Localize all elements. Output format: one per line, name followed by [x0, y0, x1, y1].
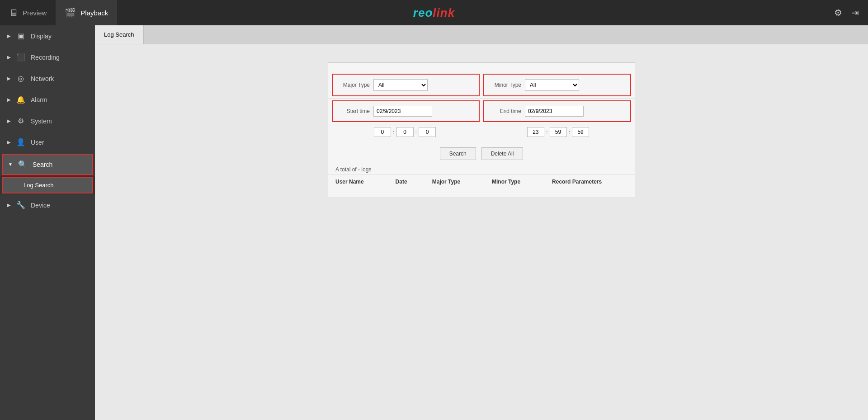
topbar-tabs: 🖥 Preview 🎬 Playback — [0, 0, 117, 25]
delete-all-button[interactable]: Delete All — [481, 147, 524, 160]
system-icon: ⚙ — [16, 117, 25, 125]
topbar-right: ⚙ ⇥ — [834, 7, 868, 18]
log-count: A total of - logs — [328, 165, 635, 175]
col-minor-type: Minor Type — [485, 175, 545, 189]
sidebar-label-network: Network — [31, 75, 54, 82]
chevron-icon: ▶ — [7, 55, 11, 60]
log-table: User Name Date Major Type Minor Type Rec… — [328, 175, 635, 189]
sidebar-item-display[interactable]: ▶ ▣ Display — [0, 25, 95, 47]
tab-log-search-label: Log Search — [104, 31, 134, 38]
sidebar-item-network[interactable]: ▶ ◎ Network — [0, 68, 95, 89]
log-search-container: Major Type All System Config Alarm Recor… — [95, 44, 868, 420]
time-sep2: : — [415, 129, 417, 136]
sidebar-label-alarm: Alarm — [31, 96, 47, 104]
chevron-icon: ▶ — [7, 203, 11, 208]
sidebar-item-system[interactable]: ▶ ⚙ System — [0, 110, 95, 132]
button-row: Search Delete All — [328, 140, 635, 165]
sidebar-submenu-search: Log Search — [0, 176, 95, 194]
topbar: 🖥 Preview 🎬 Playback reolink ⚙ ⇥ — [0, 0, 868, 25]
sidebar-label-recording: Recording — [31, 54, 60, 61]
col-username: User Name — [328, 175, 388, 189]
settings-icon[interactable]: ⚙ — [834, 7, 842, 18]
sidebar-label-display: Display — [31, 33, 52, 40]
tab-log-search[interactable]: Log Search — [95, 25, 144, 44]
recording-icon: ⬛ — [16, 53, 25, 61]
major-type-select[interactable]: All System Config Alarm Record Account C… — [373, 79, 428, 91]
network-icon: ◎ — [16, 74, 25, 83]
end-min-input[interactable] — [550, 127, 567, 137]
log-count-text: A total of - logs — [335, 166, 371, 173]
time-sep1: : — [393, 129, 395, 136]
minor-type-col: Minor Type All System Config — [483, 74, 631, 96]
time-inputs-row: : : : : — [328, 124, 635, 140]
playback-icon: 🎬 — [65, 7, 76, 18]
logo-part1: reo — [413, 6, 433, 19]
type-row: Major Type All System Config Alarm Recor… — [328, 72, 635, 99]
main-layout: ▶ ▣ Display ▶ ⬛ Recording ▶ ◎ Network ▶ … — [0, 25, 868, 420]
end-time-label: End time — [490, 108, 521, 114]
col-major-type: Major Type — [425, 175, 485, 189]
logout-icon[interactable]: ⇥ — [851, 7, 859, 18]
display-icon: ▣ — [16, 32, 25, 40]
major-type-label: Major Type — [338, 82, 370, 88]
datetime-row: Start time End time — [328, 99, 635, 124]
start-min-input[interactable] — [396, 127, 414, 137]
sidebar-label-device: Device — [31, 202, 50, 209]
tab-playback[interactable]: 🎬 Playback — [56, 0, 117, 25]
chevron-icon: ▶ — [7, 97, 11, 102]
search-icon: 🔍 — [18, 160, 27, 169]
table-header-row: User Name Date Major Type Minor Type Rec… — [328, 175, 635, 189]
sidebar-label-user: User — [31, 139, 44, 146]
chevron-icon: ▶ — [7, 140, 11, 145]
content-area: Log Search Major Type All System Config … — [95, 25, 868, 420]
chevron-down-icon: ▼ — [8, 162, 13, 167]
minor-type-select[interactable]: All System Config — [525, 79, 579, 91]
major-type-col: Major Type All System Config Alarm Recor… — [332, 74, 480, 96]
end-time-col: End time — [483, 100, 631, 122]
minor-type-label: Minor Type — [490, 82, 521, 88]
start-sec-input[interactable] — [419, 127, 436, 137]
col-date: Date — [388, 175, 425, 189]
time-sep3: : — [546, 129, 548, 136]
sidebar-item-device[interactable]: ▶ 🔧 Device — [0, 194, 95, 216]
sidebar-label-search: Search — [33, 161, 52, 168]
col-record-params: Record Parameters — [545, 175, 635, 189]
end-date-input[interactable] — [525, 106, 584, 117]
search-button[interactable]: Search — [440, 147, 476, 160]
time-sep4: : — [569, 129, 571, 136]
logo-part2: link — [433, 6, 455, 19]
sidebar-subitem-log-search[interactable]: Log Search — [2, 177, 93, 193]
log-search-label: Log Search — [24, 182, 54, 189]
sidebar-item-alarm[interactable]: ▶ 🔔 Alarm — [0, 89, 95, 110]
end-sec-input[interactable] — [572, 127, 589, 137]
sidebar-item-recording[interactable]: ▶ ⬛ Recording — [0, 47, 95, 68]
end-time-inputs: : : — [481, 127, 635, 137]
start-date-input[interactable] — [373, 106, 432, 117]
chevron-icon: ▶ — [7, 76, 11, 81]
sidebar: ▶ ▣ Display ▶ ⬛ Recording ▶ ◎ Network ▶ … — [0, 25, 95, 420]
playback-label: Playback — [80, 9, 108, 17]
sidebar-item-user[interactable]: ▶ 👤 User — [0, 132, 95, 153]
sidebar-item-search[interactable]: ▼ 🔍 Search — [2, 154, 93, 175]
device-icon: 🔧 — [16, 201, 25, 209]
start-time-col: Start time — [332, 100, 480, 122]
chevron-icon: ▶ — [7, 118, 11, 123]
tab-strip: Log Search — [95, 25, 868, 44]
log-search-panel: Major Type All System Config Alarm Recor… — [328, 62, 635, 198]
start-time-label: Start time — [338, 108, 370, 114]
preview-label: Preview — [23, 9, 47, 17]
reolink-logo: reolink — [413, 6, 455, 20]
user-icon: 👤 — [16, 138, 25, 146]
tab-preview[interactable]: 🖥 Preview — [0, 0, 56, 25]
sidebar-label-system: System — [31, 118, 52, 125]
start-time-inputs: : : — [328, 127, 481, 137]
start-hour-input[interactable] — [374, 127, 391, 137]
end-hour-input[interactable] — [527, 127, 544, 137]
chevron-icon: ▶ — [7, 33, 11, 38]
alarm-icon: 🔔 — [16, 95, 25, 104]
preview-icon: 🖥 — [9, 8, 18, 18]
